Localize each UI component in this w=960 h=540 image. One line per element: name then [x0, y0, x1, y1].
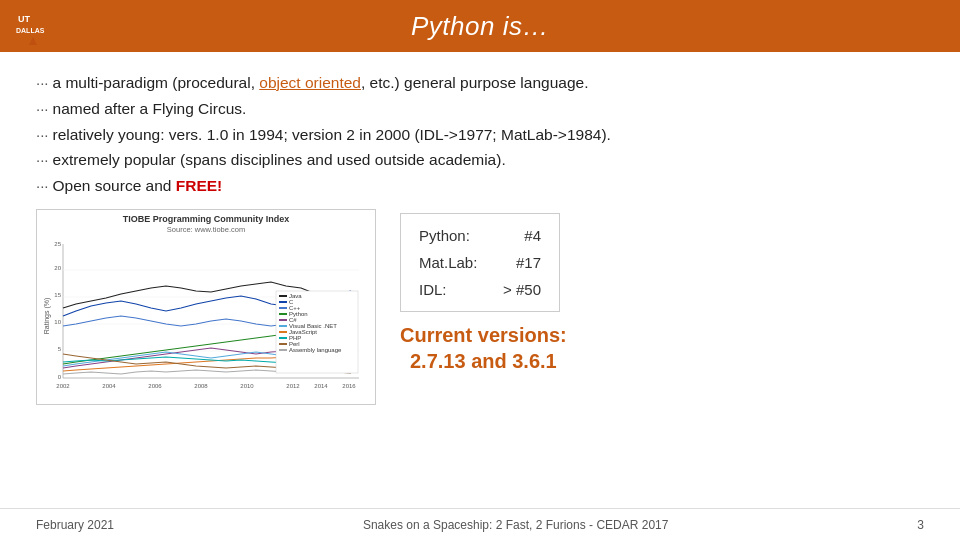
bullet-2-text: named after a Flying Circus. — [53, 96, 247, 122]
svg-text:UT: UT — [18, 14, 30, 24]
logo-area: UT DALLAS — [14, 7, 52, 45]
current-versions-line1: Current versions: — [400, 322, 567, 348]
current-versions: Current versions: 2.7.13 and 3.6.1 — [400, 322, 567, 374]
footer-center: Snakes on a Spaceship: 2 Fast, 2 Furions… — [363, 518, 669, 532]
svg-text:0: 0 — [58, 374, 62, 380]
bullet-3: ··· relatively young: vers. 1.0 in 1994;… — [36, 122, 924, 148]
svg-text:2016: 2016 — [342, 383, 356, 389]
chart-subtitle: Source: www.tiobe.com — [41, 225, 371, 234]
bullet-dots-1: ··· — [36, 71, 49, 96]
bullet-5-text: Open source and FREE! — [53, 173, 223, 199]
idl-rank-row: IDL: > #50 — [419, 276, 541, 303]
svg-text:DALLAS: DALLAS — [16, 27, 45, 34]
svg-text:2006: 2006 — [148, 383, 162, 389]
svg-rect-44 — [279, 349, 287, 351]
svg-text:5: 5 — [58, 346, 62, 352]
python-rank-row: Python: #4 — [419, 222, 541, 249]
matlab-label: Mat.Lab: — [419, 249, 477, 276]
right-panel: Python: #4 Mat.Lab: #17 IDL: > #50 Curre… — [400, 209, 567, 374]
bullet-dots-2: ··· — [36, 97, 49, 122]
svg-text:20: 20 — [54, 265, 61, 271]
chart-svg: Ratings (%) 0 5 10 15 20 25 2002 2004 — [41, 236, 371, 396]
main-content: ··· a multi-paradigm (procedural, object… — [0, 52, 960, 199]
highlight-object-oriented: object oriented — [259, 74, 361, 91]
bullet-3-text: relatively young: vers. 1.0 in 1994; ver… — [53, 122, 611, 148]
bullet-1-text: a multi-paradigm (procedural, object ori… — [53, 70, 589, 96]
python-label: Python: — [419, 222, 470, 249]
footer-left: February 2021 — [36, 518, 114, 532]
highlight-free: FREE! — [176, 177, 223, 194]
ut-dallas-logo: UT DALLAS — [14, 7, 52, 45]
bullet-2: ··· named after a Flying Circus. — [36, 96, 924, 122]
bottom-area: TIOBE Programming Community Index Source… — [0, 199, 960, 406]
svg-text:2004: 2004 — [102, 383, 116, 389]
bullet-dots-5: ··· — [36, 174, 49, 199]
matlab-rank-row: Mat.Lab: #17 — [419, 249, 541, 276]
svg-rect-32 — [279, 313, 287, 315]
bullet-list: ··· a multi-paradigm (procedural, object… — [36, 70, 924, 199]
svg-rect-36 — [279, 325, 287, 327]
idl-value: > #50 — [503, 276, 541, 303]
bullet-dots-4: ··· — [36, 148, 49, 173]
svg-text:2010: 2010 — [240, 383, 254, 389]
slide-title: Python is… — [411, 11, 549, 42]
svg-text:2002: 2002 — [56, 383, 70, 389]
python-value: #4 — [524, 222, 541, 249]
svg-text:2012: 2012 — [286, 383, 300, 389]
svg-rect-28 — [279, 301, 287, 303]
bullet-5: ··· Open source and FREE! — [36, 173, 924, 199]
svg-text:2008: 2008 — [194, 383, 208, 389]
tiobe-chart: TIOBE Programming Community Index Source… — [36, 209, 376, 406]
footer-right: 3 — [917, 518, 924, 532]
bullet-4: ··· extremely popular (spans disciplines… — [36, 147, 924, 173]
svg-rect-42 — [279, 343, 287, 345]
svg-text:2014: 2014 — [314, 383, 328, 389]
svg-rect-40 — [279, 337, 287, 339]
matlab-value: #17 — [516, 249, 541, 276]
svg-text:Ratings (%): Ratings (%) — [43, 298, 51, 335]
svg-text:Assembly language: Assembly language — [289, 347, 342, 353]
chart-visual: Ratings (%) 0 5 10 15 20 25 2002 2004 — [41, 236, 371, 400]
chart-title: TIOBE Programming Community Index — [41, 214, 371, 226]
svg-text:15: 15 — [54, 292, 61, 298]
svg-rect-38 — [279, 331, 287, 333]
header: UT DALLAS Python is… — [0, 0, 960, 52]
rankings-box: Python: #4 Mat.Lab: #17 IDL: > #50 — [400, 213, 560, 312]
current-versions-line2: 2.7.13 and 3.6.1 — [400, 348, 567, 374]
svg-rect-26 — [279, 295, 287, 297]
svg-rect-30 — [279, 307, 287, 309]
footer: February 2021 Snakes on a Spaceship: 2 F… — [0, 508, 960, 540]
bullet-dots-3: ··· — [36, 123, 49, 148]
bullet-4-text: extremely popular (spans disciplines and… — [53, 147, 506, 173]
svg-text:25: 25 — [54, 241, 61, 247]
bullet-1: ··· a multi-paradigm (procedural, object… — [36, 70, 924, 96]
idl-label: IDL: — [419, 276, 447, 303]
svg-rect-34 — [279, 319, 287, 321]
svg-text:10: 10 — [54, 319, 61, 325]
